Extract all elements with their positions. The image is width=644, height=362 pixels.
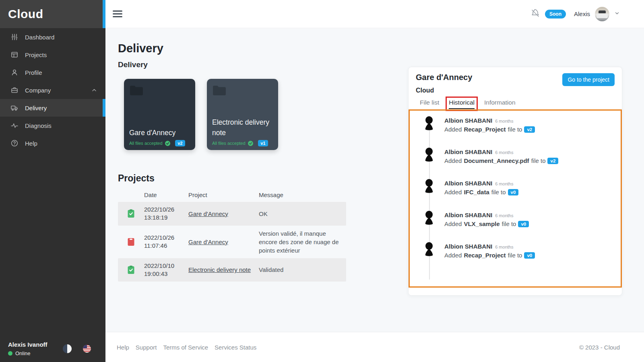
tab-information[interactable]: Information	[484, 99, 516, 106]
version-badge: v0	[524, 252, 535, 259]
person-icon	[10, 68, 19, 76]
footer-link-terms[interactable]: Terms of Service	[163, 344, 208, 351]
sidebar-item-profile[interactable]: Profile	[0, 64, 105, 81]
sidebar-item-projects[interactable]: Projects	[0, 46, 105, 64]
truck-icon	[10, 104, 19, 112]
project-link[interactable]: Gare d'Annecy	[188, 239, 228, 245]
user-silhouette-icon	[423, 179, 435, 195]
timeline-message: AddedDocument_Annecy.pdffile tov2	[444, 157, 558, 164]
question-circle-icon	[10, 139, 19, 147]
footer-links: Help Support Terms of Service Services S…	[117, 344, 256, 351]
page-footer: Help Support Terms of Service Services S…	[105, 332, 644, 362]
timeline-message: AddedRecap_Projectfile tov2	[444, 126, 535, 133]
tab-historical-label: Historical	[449, 99, 475, 106]
tab-file-list[interactable]: File list	[420, 99, 439, 106]
row-message: Validated	[259, 265, 346, 274]
logo-area: Cloud	[0, 0, 105, 28]
bell-slash-icon[interactable]	[530, 8, 540, 20]
sidebar-item-label: Projects	[25, 51, 47, 58]
user-silhouette-icon	[423, 148, 435, 164]
panel-subtitle: Cloud	[416, 87, 434, 94]
chevron-up-icon	[92, 87, 97, 94]
timeline-user: Albion SHABANI	[444, 117, 492, 124]
sidebar-item-diagnosis[interactable]: Diagnosis	[0, 117, 105, 134]
delivery-card-electronic-note[interactable]: Electronic delivery note All files accep…	[207, 79, 278, 150]
check-circle-icon	[248, 141, 253, 146]
language-flag-icon[interactable]	[83, 345, 91, 353]
card-status: All files accepted v2	[129, 140, 185, 146]
soon-badge[interactable]: Soon	[545, 10, 566, 19]
timeline-time: 6 months	[495, 245, 513, 249]
folder-icon	[212, 84, 227, 96]
go-to-project-button[interactable]: Go to the project	[562, 73, 615, 86]
app-window: Cloud Dashboard Projects Profile Company	[0, 0, 644, 362]
footer-link-services-status[interactable]: Services Status	[215, 344, 256, 351]
status-badge: Online	[8, 350, 47, 356]
panel-tabs: File list Historical Information	[420, 99, 516, 106]
table-row: 2022/10/26 13:18:19 Gare d'Annecy OK	[118, 202, 346, 226]
timeline-time: 6 months	[495, 119, 513, 123]
sidebar-item-label: Delivery	[25, 105, 47, 111]
row-status	[118, 209, 144, 218]
column-header-date: Date	[144, 191, 188, 198]
sidebar-item-dashboard[interactable]: Dashboard	[0, 28, 105, 46]
timeline-entry: Albion SHABANI6 months AddedIFC_datafile…	[423, 179, 518, 195]
clipboard-check-icon	[128, 265, 134, 274]
delivery-cards: Gare d'Annecy All files accepted v2 Elec…	[124, 79, 278, 150]
projects-title: Projects	[118, 173, 155, 184]
timeline-time: 6 months	[495, 213, 513, 218]
theme-toggle-icon[interactable]	[63, 344, 72, 353]
annotation-orange-box: Albion SHABANI6 months AddedRecap_Projec…	[409, 109, 622, 288]
accent-strip	[103, 0, 105, 28]
user-avatar[interactable]	[595, 7, 609, 21]
sidebar-item-help[interactable]: Help	[0, 134, 105, 152]
user-silhouette-icon	[423, 242, 435, 258]
timeline-entry: Albion SHABANI6 months AddedRecap_Projec…	[423, 242, 535, 259]
timeline-entry: Albion SHABANI6 months AddedVLX_samplefi…	[423, 211, 529, 227]
avatar-detail	[599, 10, 606, 13]
hamburger-menu-icon[interactable]	[110, 8, 125, 20]
row-date: 2022/10/26 13:18:19	[144, 206, 188, 222]
user-silhouette-icon	[423, 211, 435, 227]
timeline-message: AddedRecap_Projectfile tov0	[444, 252, 535, 259]
timeline-user: Albion SHABANI	[444, 148, 492, 155]
timeline-time: 6 months	[495, 150, 513, 155]
sidebar-item-label: Dashboard	[25, 34, 54, 41]
page-title: Delivery	[118, 42, 163, 55]
footer-link-support[interactable]: Support	[136, 344, 157, 351]
row-status	[118, 265, 144, 274]
row-date: 2022/10/10 19:00:43	[144, 262, 188, 278]
card-title: Electronic delivery note	[212, 117, 273, 138]
timeline-user: Albion SHABANI	[444, 180, 492, 187]
files-accepted-label: All files accepted	[129, 141, 163, 146]
project-link[interactable]: Electronic delivery note	[188, 266, 251, 273]
sidebar: Cloud Dashboard Projects Profile Company	[0, 0, 105, 362]
clipboard-check-icon	[128, 209, 134, 218]
card-title: Gare d'Annecy	[129, 128, 190, 138]
version-badge: v1	[258, 140, 268, 146]
sidebar-item-label: Profile	[25, 69, 42, 76]
version-badge: v2	[175, 140, 186, 146]
page-subtitle: Delivery	[118, 60, 148, 69]
row-message: OK	[259, 210, 346, 218]
footer-link-help[interactable]: Help	[117, 344, 129, 351]
online-label: Online	[15, 350, 31, 356]
timeline-message: AddedVLX_samplefile tov0	[444, 220, 529, 227]
project-link[interactable]: Gare d'Annecy	[188, 210, 228, 217]
tab-historical[interactable]: Historical	[449, 99, 475, 106]
version-badge: v0	[518, 221, 529, 227]
sliders-icon	[10, 33, 19, 41]
version-badge: v0	[508, 189, 519, 195]
row-message: Version validé, il manque encore des zon…	[259, 229, 346, 255]
user-fullname: Alexis Ivanoff	[8, 341, 47, 348]
sidebar-item-delivery[interactable]: Delivery	[0, 99, 105, 117]
chevron-down-icon[interactable]	[614, 10, 620, 18]
topbar-right: Soon Alexis	[530, 7, 620, 21]
sidebar-item-company[interactable]: Company	[0, 81, 105, 99]
user-silhouette-icon	[423, 116, 435, 132]
topbar-username: Alexis	[574, 10, 590, 17]
delivery-card-gare-dannecy[interactable]: Gare d'Annecy All files accepted v2	[124, 79, 195, 150]
briefcase-icon	[10, 86, 19, 94]
version-badge: v2	[524, 126, 535, 133]
timeline-entry: Albion SHABANI6 months AddedDocument_Ann…	[423, 148, 558, 164]
